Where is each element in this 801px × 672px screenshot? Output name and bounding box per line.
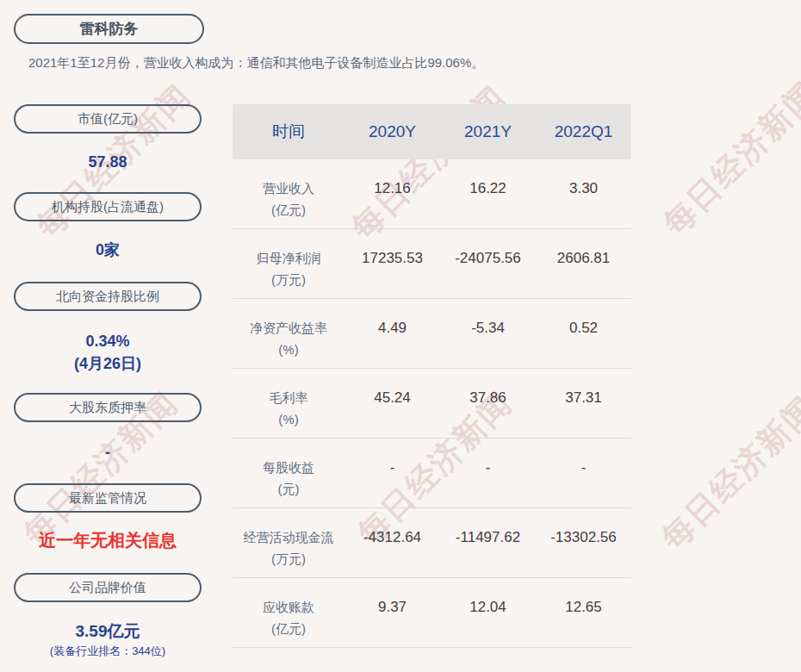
table-row: 净资产收益率 (%) 4.49 -5.34 0.52 xyxy=(233,299,631,369)
table-header-time: 时间 xyxy=(233,104,345,159)
watermark-text: 每日经济新闻 xyxy=(655,72,801,246)
metric-value: - xyxy=(440,457,536,507)
metric-label: 应收账款 (亿元) xyxy=(233,596,345,647)
metric-unit: (亿元) xyxy=(233,618,345,639)
table-row: 归母净利润 (万元) 17235.53 -24075.56 2606.81 xyxy=(233,229,631,299)
metric-label: 每股收益 (元) xyxy=(233,457,345,507)
metric-value: 9.37 xyxy=(345,596,440,647)
institutional-holdings-value: 0家 xyxy=(14,239,202,261)
sidebar-pill-label: 机构持股(占流通盘) xyxy=(52,199,164,215)
sidebar-pill-label: 公司品牌价值 xyxy=(69,580,146,596)
table-header-2021y: 2021Y xyxy=(440,104,536,159)
metric-label: 经营活动现金流 (万元) xyxy=(233,526,345,577)
metric-value: 16.22 xyxy=(440,177,536,228)
brand-value-rank: (装备行业排名：344位) xyxy=(14,644,202,658)
metric-label: 净资产收益率 (%) xyxy=(233,317,345,368)
northbound-ratio-percent: 0.34% xyxy=(14,330,202,352)
metric-value: 37.86 xyxy=(440,387,536,438)
metric-value: -4312.64 xyxy=(345,526,440,577)
sidebar-pill-institutional-holdings: 机构持股(占流通盘) xyxy=(14,192,202,221)
metric-value: 3.30 xyxy=(536,177,631,228)
metric-label: 毛利率 (%) xyxy=(233,387,345,438)
metric-label: 营业收入 (亿元) xyxy=(233,177,345,228)
metric-value: 2606.81 xyxy=(536,247,631,298)
sidebar-pill-brand-value: 公司品牌价值 xyxy=(14,573,202,602)
pledge-ratio-value: - xyxy=(14,441,202,464)
metric-value: - xyxy=(345,457,440,507)
table-row: 每股收益 (元) - - - xyxy=(233,439,631,508)
metric-unit: (元) xyxy=(233,478,345,500)
table-header-2020y: 2020Y xyxy=(345,104,440,159)
brand-value-amount: 3.59亿元 xyxy=(14,620,202,643)
metric-value: 12.16 xyxy=(345,177,440,228)
company-name: 雷科防务 xyxy=(80,19,139,39)
metric-value: 0.52 xyxy=(536,317,631,368)
sidebar-pill-label: 最新监管情况 xyxy=(69,490,146,507)
metric-value: 4.49 xyxy=(345,317,440,368)
metric-value: -24075.56 xyxy=(440,247,536,298)
sidebar-pill-market-cap: 市值(亿元) xyxy=(14,104,202,134)
metric-name: 归母净利润 xyxy=(233,247,345,269)
sidebar-pill-regulatory-status: 最新监管情况 xyxy=(14,483,202,513)
metric-value: 12.04 xyxy=(440,596,536,647)
metric-label: 归母净利润 (万元) xyxy=(233,247,345,298)
metric-value: 45.24 xyxy=(345,387,440,438)
metric-name: 净资产收益率 xyxy=(233,317,345,339)
metric-unit: (万元) xyxy=(233,548,345,569)
northbound-ratio-value: 0.34% (4月26日) xyxy=(14,330,202,375)
metric-value: 37.31 xyxy=(536,387,631,438)
metric-unit: (亿元) xyxy=(233,199,345,221)
metric-value: - xyxy=(536,457,631,507)
metric-value: -5.34 xyxy=(440,317,536,368)
table-row: 应收账款 (亿元) 9.37 12.04 12.65 xyxy=(233,578,631,648)
metric-name: 应收账款 xyxy=(233,596,345,618)
regulatory-status-value: 近一年无相关信息 xyxy=(14,529,202,552)
table-header-2022q1: 2022Q1 xyxy=(536,104,631,159)
sidebar-pill-northbound-ratio: 北向资金持股比例 xyxy=(14,282,202,311)
sidebar-pill-pledge-ratio: 大股东质押率 xyxy=(14,393,202,422)
metric-value: -13302.56 xyxy=(536,526,631,577)
watermark-text: 每日经济新闻 xyxy=(653,387,801,560)
metric-value: 12.65 xyxy=(536,596,631,647)
revenue-composition-subtitle: 2021年1至12月份，营业收入构成为：通信和其他电子设备制造业占比99.06%… xyxy=(28,55,786,72)
table-header-row: 时间 2020Y 2021Y 2022Q1 xyxy=(233,104,631,159)
metric-value: 17235.53 xyxy=(345,247,440,298)
metric-unit: (万元) xyxy=(233,269,345,290)
metric-unit: (%) xyxy=(233,408,345,430)
metric-name: 营业收入 xyxy=(233,177,345,199)
sidebar-pill-label: 市值(亿元) xyxy=(78,111,138,128)
financial-infographic: 每日经济新闻 每日经济新闻 每日经济新闻 每日经济新闻 每日经济新闻 每日经济新… xyxy=(0,0,801,672)
metric-value: -11497.62 xyxy=(440,526,536,577)
table-row: 营业收入 (亿元) 12.16 16.22 3.30 xyxy=(233,159,631,229)
metric-unit: (%) xyxy=(233,339,345,360)
company-name-pill: 雷科防务 xyxy=(14,14,204,44)
sidebar-pill-label: 北向资金持股比例 xyxy=(56,289,159,305)
metric-name: 经营活动现金流 xyxy=(233,526,345,548)
table-row: 毛利率 (%) 45.24 37.86 37.31 xyxy=(233,369,631,439)
metric-name: 每股收益 xyxy=(233,457,345,478)
market-cap-value: 57.88 xyxy=(14,151,202,173)
metric-name: 毛利率 xyxy=(233,387,345,408)
northbound-ratio-date: (4月26日) xyxy=(14,352,202,375)
sidebar-pill-label: 大股东质押率 xyxy=(69,400,146,416)
financial-table: 时间 2020Y 2021Y 2022Q1 营业收入 (亿元) 12.16 16… xyxy=(233,104,631,648)
table-row: 经营活动现金流 (万元) -4312.64 -11497.62 -13302.5… xyxy=(233,508,631,578)
